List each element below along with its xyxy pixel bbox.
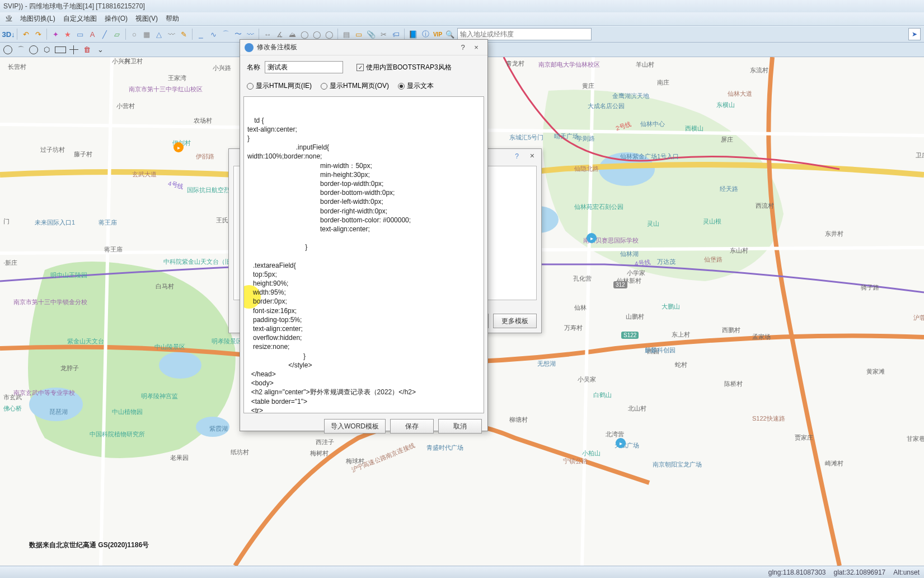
shape-circle-icon[interactable] xyxy=(3,45,12,54)
search-go-button[interactable]: ➤ xyxy=(908,28,921,40)
shape-arc-icon[interactable]: ⌒ xyxy=(16,45,26,55)
dialog-close-icon[interactable]: × xyxy=(470,43,483,52)
map-label: 北山村 xyxy=(628,404,646,413)
shape-del-icon[interactable]: 🗑 xyxy=(82,45,92,55)
cancel-button[interactable]: 取消 xyxy=(438,419,482,434)
tool-attach-icon[interactable]: 📎 xyxy=(366,29,376,39)
tool-point-icon[interactable]: ✦ xyxy=(50,29,60,39)
map-attribution: 数据来自北京世纪高通 GS(2020)1186号 xyxy=(29,540,149,550)
save-button[interactable]: 保存 xyxy=(390,419,434,434)
menu-ye[interactable]: 业 xyxy=(2,13,16,25)
shape-hex-icon[interactable]: ⬡ xyxy=(41,45,51,55)
tool-ruler-icon[interactable]: ↔ xyxy=(262,29,273,39)
map-label: 西横山 xyxy=(685,124,703,133)
tool-undo-icon[interactable]: ↶ xyxy=(21,29,31,39)
map-label: 甘家巷 xyxy=(907,435,924,443)
tool-poly-icon[interactable]: ▱ xyxy=(112,29,122,39)
tool-book-icon[interactable]: 📘 xyxy=(408,29,418,39)
tool-grid-icon[interactable]: ▦ xyxy=(142,29,152,39)
use-bootstrap-label: 使用内置BOOTSTRAP3风格 xyxy=(366,63,452,72)
menu-map-switch[interactable]: 地图切换(L) xyxy=(17,13,59,25)
tool-note-icon[interactable]: ▭ xyxy=(354,29,364,39)
tool-line-icon[interactable]: ╱ xyxy=(100,29,110,39)
tool-tag-icon[interactable]: 🏷 xyxy=(391,29,401,39)
map-label: 小兴路 xyxy=(213,64,231,72)
tool-layers-icon[interactable]: ▤ xyxy=(341,29,351,39)
tool-arc-icon[interactable]: ⌒ xyxy=(221,29,231,39)
tool-angle-icon[interactable]: ∡ xyxy=(275,29,285,39)
status-glat: glat:32.10896917 xyxy=(834,568,886,576)
map-label: 东井村 xyxy=(825,230,843,238)
menu-custom-map[interactable]: 自定义地图 xyxy=(60,13,100,25)
more-templates-button[interactable]: 更多模板 xyxy=(493,314,537,328)
shape-filled-circle-icon[interactable] xyxy=(29,45,38,54)
tool-wave-icon[interactable]: 〜 xyxy=(233,29,243,39)
tool-star-icon[interactable]: ★ xyxy=(63,29,73,39)
map-label: 南庄 xyxy=(657,78,669,87)
use-bootstrap-checkbox[interactable]: ✓ 使用内置BOOTSTRAP3风格 xyxy=(357,63,452,72)
map-label: 紫金山天文台 xyxy=(67,337,104,346)
tool-circle-icon[interactable]: ○ xyxy=(129,29,139,39)
tool-pline-icon[interactable]: ⎯ xyxy=(196,29,206,39)
radio-show-ie[interactable]: 显示HTML网页(IE) xyxy=(247,81,312,91)
map-label: 东城汇5号门 xyxy=(509,133,543,142)
map-label: 中国科院植物研究所 xyxy=(90,430,145,439)
tool-redo-icon[interactable]: ↷ xyxy=(33,29,43,39)
help-icon[interactable]: ? xyxy=(515,152,519,160)
template-text-content: td { text-align:center; } .inputField{ w… xyxy=(247,116,480,413)
tool-cut-icon[interactable]: ✂ xyxy=(378,29,388,39)
map-label: 小柏山 xyxy=(582,449,601,458)
map-label: 山鹏村 xyxy=(626,313,644,321)
tool-snap-icon[interactable]: 〰 xyxy=(245,29,255,39)
map-label: 仙林苑宏石刻公园 xyxy=(574,203,623,211)
tool-info-icon[interactable]: ⓘ xyxy=(420,29,430,39)
poi-marker-icon[interactable]: ▸ xyxy=(173,142,184,152)
map-label: 仙林湖 xyxy=(620,250,639,258)
close-icon[interactable]: × xyxy=(530,151,534,160)
name-input[interactable] xyxy=(265,61,343,73)
poi-marker-icon[interactable]: ▸ xyxy=(587,233,597,243)
map-label: 仙林中心 xyxy=(640,120,665,128)
tool-ring1-icon[interactable]: ◯ xyxy=(299,29,309,39)
radio-show-ov[interactable]: 显示HTML网页(OV) xyxy=(321,81,389,91)
poi-marker-icon[interactable]: ▸ xyxy=(616,438,626,448)
tool-curve-icon[interactable]: ∿ xyxy=(208,29,218,39)
menu-view[interactable]: 视图(V) xyxy=(132,13,161,25)
map-label: 蒋王庙 xyxy=(104,245,123,254)
tool-triangle-icon[interactable]: △ xyxy=(154,29,164,39)
tool-search-icon[interactable]: 🔍 xyxy=(445,29,455,39)
tool-text-icon[interactable]: A xyxy=(87,29,97,39)
road-shield: S122 xyxy=(621,332,639,339)
map-label: 中山陵景区 xyxy=(154,343,185,351)
tool-ring3-icon[interactable]: ◯ xyxy=(324,29,334,39)
road-shield: 312 xyxy=(613,281,627,288)
map-label: 东上村 xyxy=(672,330,690,339)
map-label: 小营村 xyxy=(116,102,135,110)
tool-pen-icon[interactable]: ✎ xyxy=(179,29,189,39)
tool-ring2-icon[interactable]: ◯ xyxy=(312,29,322,39)
shape-crosshair-icon[interactable] xyxy=(69,45,78,54)
map-label: 贾家庄 xyxy=(795,434,813,442)
shape-chevron-icon[interactable]: ⌄ xyxy=(95,45,105,55)
separator xyxy=(17,29,17,40)
map-label: 金鹰湖滨天地 xyxy=(612,92,649,100)
tool-vip-icon[interactable]: VIP xyxy=(433,29,443,39)
search-input[interactable] xyxy=(457,28,592,40)
menu-help[interactable]: 帮助 xyxy=(162,13,182,25)
map-label: 孔化营 xyxy=(573,274,592,283)
tool-rect-icon[interactable]: ▭ xyxy=(75,29,85,39)
radio-show-text[interactable]: 显示文本 xyxy=(398,81,434,91)
map-label: 灵山 xyxy=(647,220,659,228)
template-text-pane[interactable]: td { text-align:center; } .inputField{ w… xyxy=(243,96,484,413)
shape-rect-icon[interactable] xyxy=(55,46,66,53)
menu-operate[interactable]: 操作(O) xyxy=(101,13,131,25)
tool-elev-icon[interactable]: ⛰ xyxy=(287,29,297,39)
map-label: 小学家 xyxy=(627,269,645,277)
tool-path-icon[interactable]: 〰 xyxy=(166,29,176,39)
map-label: 佛心桥 xyxy=(3,404,22,413)
edit-template-dialog: 修改备注模板 ? × 名称 ✓ 使用内置BOOTSTRAP3风格 显示HTML网… xyxy=(240,39,488,431)
tool-3d-icon[interactable]: 3D↓ xyxy=(3,29,13,39)
dialog-help-icon[interactable]: ? xyxy=(456,43,470,52)
import-word-button[interactable]: 导入WORD模板 xyxy=(324,419,386,434)
window-titlebar: SVIP)) - 四维地球电子地图[14] [T18816215270] xyxy=(0,0,924,12)
